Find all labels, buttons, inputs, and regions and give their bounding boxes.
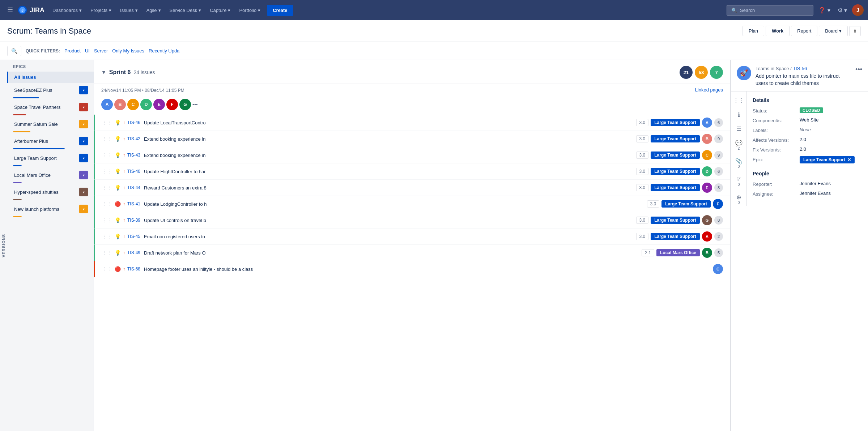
nav-capture[interactable]: Capture bbox=[206, 5, 234, 16]
settings-button[interactable]: ⚙ bbox=[835, 5, 849, 16]
issue-key-8[interactable]: TIS-49 bbox=[127, 250, 140, 255]
filter-recently-updated[interactable]: Recently Upda bbox=[149, 48, 179, 54]
issue-assignee-6[interactable]: G bbox=[702, 215, 712, 225]
detail-icon-link[interactable]: ⊕ bbox=[736, 194, 741, 201]
sprint-avatar-6[interactable]: F bbox=[166, 99, 178, 110]
help-button[interactable]: ❓ bbox=[816, 5, 832, 16]
filter-search-box[interactable]: 🔍 bbox=[7, 46, 21, 56]
hamburger-menu[interactable]: ☰ bbox=[4, 3, 16, 17]
issue-epic-6[interactable]: Large Team Support bbox=[651, 217, 700, 224]
epic-item-local-mars[interactable]: Local Mars Office ▾ bbox=[7, 168, 94, 182]
nav-projects[interactable]: Projects bbox=[87, 5, 115, 16]
issue-epic-5[interactable]: Large Team Support bbox=[661, 200, 711, 208]
issue-row-5[interactable]: ⋮⋮ 🔴 ↑ TIS-41 Update LodgingController t… bbox=[94, 196, 730, 212]
sprint-chevron[interactable]: ▼ bbox=[101, 69, 106, 75]
epic-badge-remove[interactable]: ✕ bbox=[847, 157, 851, 162]
issue-assignee-0[interactable]: A bbox=[702, 118, 712, 128]
issue-key-2[interactable]: TIS-43 bbox=[127, 153, 140, 158]
epic-item-space-travel[interactable]: Space Travel Partners ▾ bbox=[7, 100, 94, 114]
epic-seespacez-dropdown[interactable]: ▾ bbox=[79, 86, 88, 94]
detail-icon-drag[interactable]: ⋮⋮ bbox=[733, 97, 745, 104]
detail-icon-activity[interactable]: ☰ bbox=[736, 125, 741, 132]
epic-hyper-speed-dropdown[interactable]: ▾ bbox=[79, 188, 88, 196]
epic-summer-saturn-dropdown[interactable]: ▾ bbox=[79, 120, 88, 128]
issue-key-4[interactable]: TIS-44 bbox=[127, 185, 140, 190]
issue-key-0[interactable]: TIS-46 bbox=[127, 120, 140, 125]
issue-key-9[interactable]: TIS-68 bbox=[127, 266, 140, 272]
issue-row-0[interactable]: ⋮⋮ 💡 ↑ TIS-46 Update LocalTransportContr… bbox=[94, 115, 730, 131]
issue-key-5[interactable]: TIS-41 bbox=[127, 201, 140, 206]
issue-assignee-7[interactable]: A bbox=[702, 231, 712, 242]
sprint-avatars-more[interactable]: ••• bbox=[192, 102, 198, 107]
epic-item-summer-saturn[interactable]: Summer Saturn Sale ▾ bbox=[7, 117, 94, 131]
detail-issue-key-link[interactable]: TIS-56 bbox=[793, 66, 807, 71]
issue-key-3[interactable]: TIS-40 bbox=[127, 169, 140, 174]
issue-row-1[interactable]: ⋮⋮ 💡 ↑ TIS-42 Extend booking experience … bbox=[94, 131, 730, 147]
epic-space-travel-dropdown[interactable]: ▾ bbox=[79, 103, 88, 111]
issue-row-3[interactable]: ⋮⋮ 💡 ↑ TIS-40 Update FlightController to… bbox=[94, 163, 730, 180]
epic-large-team-dropdown[interactable]: ▾ bbox=[79, 154, 88, 162]
issue-assignee-8[interactable]: B bbox=[702, 248, 712, 258]
epic-item-new-launch[interactable]: New launch platforms ▾ bbox=[7, 202, 94, 216]
issue-assignee-9[interactable]: C bbox=[713, 264, 723, 274]
filter-ui[interactable]: UI bbox=[85, 48, 90, 54]
issue-assignee-4[interactable]: E bbox=[702, 183, 712, 193]
epic-badge[interactable]: Large Team Support ✕ bbox=[800, 156, 855, 163]
issue-epic-0[interactable]: Large Team Support bbox=[651, 119, 700, 126]
issue-key-1[interactable]: TIS-42 bbox=[127, 136, 140, 141]
issue-row-6[interactable]: ⋮⋮ 💡 ↑ TIS-39 Update UI controls on trav… bbox=[94, 212, 730, 229]
jira-logo[interactable]: J JIRA bbox=[17, 5, 44, 15]
issue-epic-3[interactable]: Large Team Support bbox=[651, 168, 700, 175]
issue-row-2[interactable]: ⋮⋮ 💡 ↑ TIS-43 Extend booking experience … bbox=[94, 147, 730, 163]
nav-dashboards[interactable]: Dashboards bbox=[49, 5, 85, 16]
sprint-linked-pages[interactable]: Linked pages bbox=[695, 87, 723, 93]
nav-portfolio[interactable]: Portfolio bbox=[235, 5, 264, 16]
issue-epic-1[interactable]: Large Team Support bbox=[651, 135, 700, 142]
issue-epic-2[interactable]: Large Team Support bbox=[651, 152, 700, 159]
epic-item-hyper-speed[interactable]: Hyper-speed shuttles ▾ bbox=[7, 185, 94, 199]
nav-issues[interactable]: Issues bbox=[116, 5, 141, 16]
epic-item-afterburner[interactable]: Afterburner Plus ▾ bbox=[7, 134, 94, 148]
issue-epic-4[interactable]: Large Team Support bbox=[651, 184, 700, 191]
issue-row-8[interactable]: ⋮⋮ 💡 ↑ TIS-49 Draft network plan for Mar… bbox=[94, 245, 730, 261]
detail-icon-info[interactable]: ℹ bbox=[738, 111, 740, 118]
sprint-avatar-2[interactable]: B bbox=[114, 99, 126, 110]
filter-server[interactable]: Server bbox=[94, 48, 108, 54]
detail-icon-attachment[interactable]: 📎 bbox=[735, 158, 743, 165]
board-button[interactable]: Board bbox=[819, 26, 848, 36]
detail-icon-comment[interactable]: 💬 bbox=[735, 140, 743, 146]
issue-assignee-2[interactable]: C bbox=[702, 150, 712, 160]
sprint-avatar-4[interactable]: D bbox=[140, 99, 152, 110]
report-button[interactable]: Report bbox=[791, 26, 817, 36]
collapse-button[interactable]: ⬆ bbox=[849, 26, 861, 36]
epic-afterburner-dropdown[interactable]: ▾ bbox=[79, 137, 88, 145]
epic-item-seespacez[interactable]: SeeSpaceEZ Plus ▾ bbox=[7, 83, 94, 97]
epic-local-mars-dropdown[interactable]: ▾ bbox=[79, 171, 88, 179]
plan-button[interactable]: Plan bbox=[743, 26, 764, 36]
filter-product[interactable]: Product bbox=[64, 48, 81, 54]
issue-key-6[interactable]: TIS-39 bbox=[127, 218, 140, 223]
nav-agile[interactable]: Agile bbox=[143, 5, 165, 16]
epic-item-all[interactable]: All issues bbox=[7, 72, 94, 83]
issue-row-4[interactable]: ⋮⋮ 💡 ↑ TIS-44 Reward Customers an extra … bbox=[94, 180, 730, 196]
create-button[interactable]: Create bbox=[267, 5, 293, 16]
issue-assignee-3[interactable]: D bbox=[702, 166, 712, 176]
nav-service-desk[interactable]: Service Desk bbox=[166, 5, 205, 16]
issue-row-9[interactable]: ⋮⋮ 🔴 ↑ TIS-68 Homepage footer uses an in… bbox=[94, 261, 730, 277]
filter-my-issues[interactable]: Only My Issues bbox=[112, 48, 144, 54]
detail-icon-checklist[interactable]: ☑ bbox=[736, 176, 741, 183]
user-avatar[interactable]: J bbox=[852, 4, 864, 16]
search-box[interactable]: 🔍 Search bbox=[727, 5, 813, 16]
work-button[interactable]: Work bbox=[766, 26, 790, 36]
detail-more-button[interactable]: ••• bbox=[855, 66, 862, 73]
epic-new-launch-dropdown[interactable]: ▾ bbox=[79, 205, 88, 213]
sprint-avatar-7[interactable]: G bbox=[179, 99, 191, 110]
issue-assignee-1[interactable]: B bbox=[702, 134, 712, 144]
issue-key-7[interactable]: TIS-45 bbox=[127, 234, 140, 239]
sprint-avatar-1[interactable]: A bbox=[101, 99, 113, 110]
issue-assignee-5[interactable]: F bbox=[713, 199, 723, 209]
sprint-avatar-5[interactable]: E bbox=[153, 99, 165, 110]
epic-item-large-team[interactable]: Large Team Support ▾ bbox=[7, 151, 94, 165]
issue-row-7[interactable]: ⋮⋮ 💡 ↑ TIS-45 Email non registered users… bbox=[94, 229, 730, 245]
issue-epic-7[interactable]: Large Team Support bbox=[651, 233, 700, 240]
